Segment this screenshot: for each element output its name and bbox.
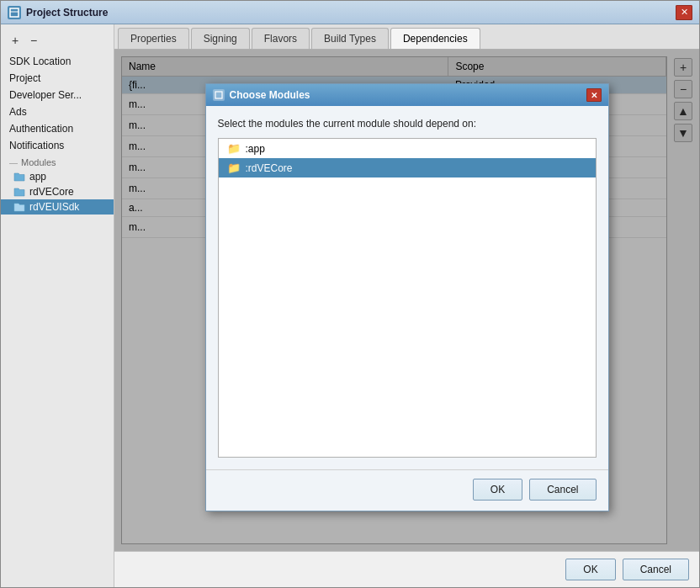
modal-ok-button[interactable]: OK bbox=[473, 479, 522, 501]
choose-modules-dialog: Choose Modules ✕ Select the modules the … bbox=[205, 83, 609, 511]
folder-icon-app-modal: 📁 bbox=[227, 142, 241, 155]
sidebar: + − SDK Location Project Developer Ser..… bbox=[1, 24, 114, 587]
sidebar-item-ads[interactable]: Ads bbox=[1, 103, 114, 120]
ok-button[interactable]: OK bbox=[565, 559, 615, 580]
module-app-label: :app bbox=[246, 143, 265, 155]
tab-dependencies[interactable]: Dependencies bbox=[390, 28, 480, 49]
sidebar-item-sdk-location[interactable]: SDK Location bbox=[1, 53, 114, 70]
sidebar-item-app[interactable]: app bbox=[1, 169, 114, 184]
window-body: + − SDK Location Project Developer Ser..… bbox=[1, 24, 699, 587]
title-bar: Project Structure ✕ bbox=[1, 1, 699, 24]
folder-icon-rdveuisdk bbox=[13, 202, 26, 212]
folder-icon-rdvecore bbox=[13, 187, 26, 197]
modal-overlay: Choose Modules ✕ Select the modules the … bbox=[114, 50, 699, 551]
modules-section-header: Modules bbox=[1, 154, 114, 169]
list-item[interactable]: 📁 :app bbox=[219, 139, 596, 158]
modal-cancel-button[interactable]: Cancel bbox=[529, 479, 596, 501]
app-icon bbox=[8, 6, 21, 19]
tab-bar: Properties Signing Flavors Build Types D… bbox=[114, 24, 699, 50]
sidebar-item-project[interactable]: Project bbox=[1, 70, 114, 87]
modal-title: Choose Modules bbox=[230, 89, 586, 101]
tab-properties[interactable]: Properties bbox=[118, 28, 189, 49]
tab-flavors[interactable]: Flavors bbox=[252, 28, 310, 49]
main-content: Properties Signing Flavors Build Types D… bbox=[114, 24, 699, 587]
sidebar-item-developer-services[interactable]: Developer Ser... bbox=[1, 87, 114, 103]
cancel-button[interactable]: Cancel bbox=[623, 559, 689, 580]
sidebar-toolbar: + − bbox=[1, 31, 114, 53]
modal-body: Select the modules the current module sh… bbox=[206, 106, 608, 469]
tab-signing[interactable]: Signing bbox=[191, 28, 250, 49]
svg-rect-0 bbox=[10, 8, 19, 17]
modal-title-bar: Choose Modules ✕ bbox=[206, 84, 608, 106]
sidebar-item-authentication[interactable]: Authentication bbox=[1, 120, 114, 137]
window-close-button[interactable]: ✕ bbox=[676, 5, 692, 20]
modal-instructions: Select the modules the current module sh… bbox=[218, 118, 597, 130]
sidebar-item-notifications[interactable]: Notifications bbox=[1, 137, 114, 154]
sidebar-item-rdveuisdk[interactable]: rdVEUISdk bbox=[1, 199, 114, 215]
module-list: 📁 :app 📁 :rdVECore bbox=[218, 138, 597, 458]
modal-footer: OK Cancel bbox=[206, 469, 608, 511]
folder-icon-rdvecore-modal: 📁 bbox=[227, 162, 241, 174]
folder-icon-app bbox=[13, 172, 26, 182]
svg-rect-2 bbox=[215, 92, 222, 98]
sidebar-remove-button[interactable]: − bbox=[26, 33, 41, 48]
content-area: Name Scope {fi... Provided bbox=[114, 50, 699, 551]
sidebar-item-rdvecore[interactable]: rdVECore bbox=[1, 184, 114, 199]
bottom-bar: OK Cancel bbox=[114, 551, 699, 587]
main-window: Project Structure ✕ + − SDK Location Pro… bbox=[0, 0, 700, 588]
module-rdvecore-label: :rdVECore bbox=[246, 162, 293, 174]
tab-build-types[interactable]: Build Types bbox=[311, 28, 389, 49]
list-item[interactable]: 📁 :rdVECore bbox=[219, 158, 596, 177]
modal-icon bbox=[213, 89, 225, 101]
modal-close-button[interactable]: ✕ bbox=[586, 88, 602, 102]
sidebar-add-button[interactable]: + bbox=[8, 33, 23, 48]
window-title: Project Structure bbox=[26, 7, 676, 19]
